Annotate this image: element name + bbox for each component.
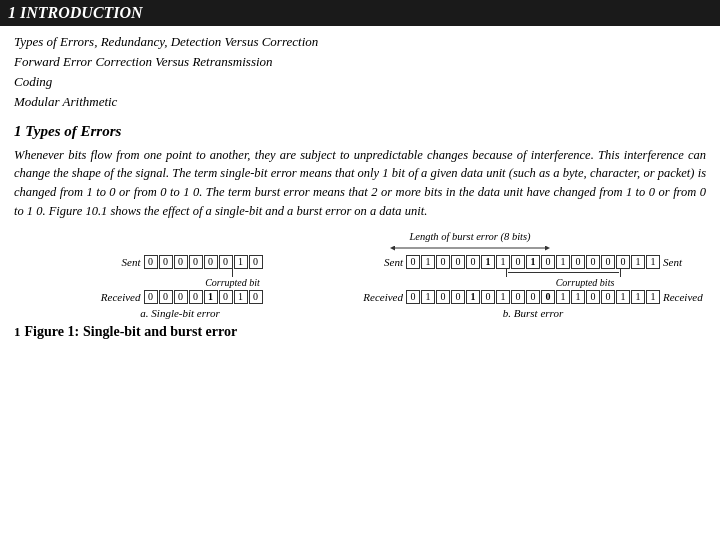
single-sent-bits: 0 0 0 0 0 0 1 0 — [144, 255, 263, 269]
bit-corrupted: 1 — [204, 290, 218, 304]
single-bit-diagram: Sent 0 0 0 0 0 0 1 0 — [14, 255, 346, 319]
burst-corrupted-label: Corrupted bits — [452, 277, 615, 288]
burst-sent-bits: 0 1 0 0 0 1 1 0 1 0 1 0 0 0 0 — [406, 255, 660, 269]
single-sent-label: Sent — [98, 256, 144, 268]
single-corrupted-indicator — [170, 269, 240, 277]
single-received-bits: 0 0 0 0 1 0 1 0 — [144, 290, 263, 304]
burst-sent-label: Sent — [360, 256, 406, 268]
bit: 0 — [189, 255, 203, 269]
burst-sub-caption: b. Burst error — [503, 307, 563, 319]
bit: 0 — [144, 290, 158, 304]
bit: 0 — [174, 290, 188, 304]
section1-heading: 1 Types of Errors — [0, 117, 720, 144]
burst-received-label: Received — [360, 291, 406, 303]
burst-length-label: Length of burst error (8 bits) — [409, 231, 530, 242]
bit: 1 — [234, 290, 248, 304]
figure-number: 1 — [14, 324, 21, 340]
burst-received-bits: 0 1 0 0 1 0 1 0 0 0 1 1 0 0 1 — [406, 290, 660, 304]
single-received-label: Received — [98, 291, 144, 303]
bit: 0 — [219, 255, 233, 269]
toc-section: Types of Errors, Redundancy, Detection V… — [0, 26, 720, 117]
figure-text: Single-bit and burst error — [83, 324, 237, 340]
burst-sent-label-right: Sent — [660, 256, 706, 268]
toc-item-2: Forward Error Correction Versus Retransm… — [14, 52, 706, 72]
bit: 0 — [219, 290, 233, 304]
bit: 0 — [189, 290, 203, 304]
bit: 0 — [174, 255, 188, 269]
page-header: 1 INTRODUCTION — [0, 0, 720, 26]
toc-item-4: Modular Arithmetic — [14, 92, 706, 112]
toc-item-1: Types of Errors, Redundancy, Detection V… — [14, 32, 706, 52]
bit: 0 — [144, 255, 158, 269]
figure-caption: 1 Figure 1: Single-bit and burst error — [0, 321, 720, 340]
changed-from-text: changed from — [14, 185, 83, 199]
single-sub-caption: a. Single-bit error — [140, 307, 219, 319]
bit: 0 — [249, 255, 263, 269]
figure-label: Figure 1: — [25, 324, 80, 340]
burst-received-label-right: Received — [660, 291, 706, 303]
header-title: 1 INTRODUCTION — [8, 4, 143, 21]
burst-error-diagram: Sent 0 1 0 0 0 1 1 0 1 0 1 0 0 — [360, 255, 706, 319]
bit: 0 — [159, 255, 173, 269]
toc-item-3: Coding — [14, 72, 706, 92]
section1-body: Whenever bits flow from one point to ano… — [0, 144, 720, 225]
burst-corrupted-indicator — [397, 269, 670, 277]
burst-arrow — [390, 242, 550, 254]
single-corrupted-label: Corrupted bit — [149, 277, 260, 288]
bit: 0 — [204, 255, 218, 269]
diagram-area: Length of burst error (8 bits) — [14, 231, 706, 319]
bit: 0 — [249, 290, 263, 304]
bit: 1 — [234, 255, 248, 269]
bit: 0 — [159, 290, 173, 304]
